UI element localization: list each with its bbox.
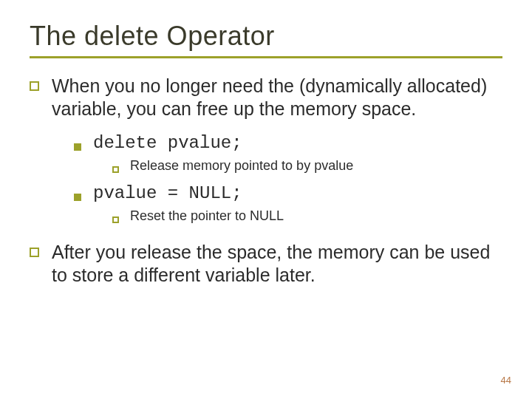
code-null: pvalue = NULL; bbox=[93, 183, 242, 204]
slide-title: The delete Operator bbox=[30, 21, 502, 52]
slide: The delete Operator When you no longer n… bbox=[0, 0, 532, 399]
square-open-icon bbox=[30, 81, 44, 91]
bullet-level1: After you release the space, the memory … bbox=[30, 241, 502, 286]
note-reset: Reset the pointer to NULL bbox=[130, 208, 284, 226]
bullet-level3: Reset the pointer to NULL bbox=[112, 208, 502, 226]
point-2-text: After you release the space, the memory … bbox=[52, 241, 502, 286]
bullet-level2: pvalue = NULL; bbox=[74, 183, 502, 204]
square-solid-icon bbox=[74, 140, 86, 154]
code-delete: delete pvalue; bbox=[93, 133, 242, 154]
square-open-icon bbox=[30, 247, 44, 257]
square-tiny-icon bbox=[112, 213, 123, 226]
note-release: Release memory pointed to by pvalue bbox=[130, 158, 353, 176]
page-number: 44 bbox=[501, 375, 511, 386]
title-underline bbox=[30, 56, 502, 58]
square-solid-icon bbox=[74, 191, 86, 204]
bullet-level3: Release memory pointed to by pvalue bbox=[112, 158, 502, 176]
point-1-text: When you no longer need the (dynamically… bbox=[52, 75, 502, 120]
bullet-level2: delete pvalue; bbox=[74, 133, 502, 154]
bullet-level1: When you no longer need the (dynamically… bbox=[30, 75, 502, 120]
square-tiny-icon bbox=[112, 163, 123, 176]
